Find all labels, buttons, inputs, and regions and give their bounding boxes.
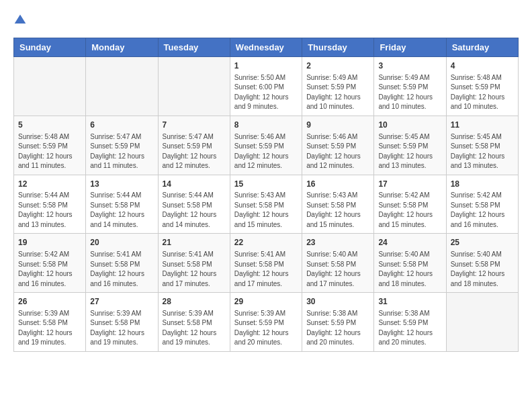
calendar-cell: 15Sunrise: 5:43 AM Sunset: 5:58 PM Dayli… bbox=[230, 175, 302, 234]
calendar-cell: 8Sunrise: 5:46 AM Sunset: 5:59 PM Daylig… bbox=[230, 116, 302, 175]
day-number: 14 bbox=[163, 179, 226, 190]
day-number: 26 bbox=[18, 296, 81, 308]
day-info: Sunrise: 5:42 AM Sunset: 5:58 PM Dayligh… bbox=[451, 191, 514, 230]
calendar-cell: 23Sunrise: 5:40 AM Sunset: 5:58 PM Dayli… bbox=[302, 234, 374, 293]
calendar-cell: 12Sunrise: 5:44 AM Sunset: 5:58 PM Dayli… bbox=[14, 175, 86, 234]
calendar-cell: 20Sunrise: 5:41 AM Sunset: 5:58 PM Dayli… bbox=[86, 234, 158, 293]
calendar-cell: 16Sunrise: 5:43 AM Sunset: 5:58 PM Dayli… bbox=[302, 175, 374, 234]
calendar-day-header: Thursday bbox=[302, 38, 374, 57]
calendar-cell bbox=[446, 293, 518, 352]
calendar-week-row: 26Sunrise: 5:39 AM Sunset: 5:58 PM Dayli… bbox=[14, 293, 519, 352]
day-number: 20 bbox=[90, 237, 153, 248]
calendar-cell: 25Sunrise: 5:40 AM Sunset: 5:58 PM Dayli… bbox=[446, 234, 518, 293]
calendar-cell bbox=[86, 57, 158, 116]
day-number: 3 bbox=[378, 60, 441, 72]
calendar-cell: 3Sunrise: 5:49 AM Sunset: 5:59 PM Daylig… bbox=[374, 57, 446, 116]
day-info: Sunrise: 5:49 AM Sunset: 5:59 PM Dayligh… bbox=[378, 73, 441, 112]
logo-icon bbox=[13, 13, 27, 27]
day-info: Sunrise: 5:48 AM Sunset: 5:59 PM Dayligh… bbox=[451, 73, 514, 112]
day-info: Sunrise: 5:46 AM Sunset: 5:59 PM Dayligh… bbox=[234, 132, 298, 171]
calendar-cell: 26Sunrise: 5:39 AM Sunset: 5:58 PM Dayli… bbox=[14, 293, 86, 352]
day-info: Sunrise: 5:48 AM Sunset: 5:59 PM Dayligh… bbox=[18, 132, 81, 171]
day-number: 19 bbox=[18, 237, 81, 248]
calendar-week-row: 1Sunrise: 5:50 AM Sunset: 6:00 PM Daylig… bbox=[14, 57, 519, 116]
calendar-cell: 10Sunrise: 5:45 AM Sunset: 5:59 PM Dayli… bbox=[374, 116, 446, 175]
day-number: 24 bbox=[378, 237, 441, 248]
day-info: Sunrise: 5:40 AM Sunset: 5:58 PM Dayligh… bbox=[306, 250, 369, 289]
calendar-cell: 29Sunrise: 5:39 AM Sunset: 5:59 PM Dayli… bbox=[230, 293, 302, 352]
day-number: 9 bbox=[306, 120, 369, 131]
day-info: Sunrise: 5:43 AM Sunset: 5:58 PM Dayligh… bbox=[306, 191, 369, 230]
calendar-cell: 31Sunrise: 5:38 AM Sunset: 5:59 PM Dayli… bbox=[374, 293, 446, 352]
day-info: Sunrise: 5:39 AM Sunset: 5:58 PM Dayligh… bbox=[18, 309, 81, 348]
day-number: 18 bbox=[451, 179, 514, 190]
calendar-week-row: 5Sunrise: 5:48 AM Sunset: 5:59 PM Daylig… bbox=[14, 116, 519, 175]
day-info: Sunrise: 5:38 AM Sunset: 5:59 PM Dayligh… bbox=[306, 309, 369, 348]
calendar-cell bbox=[14, 57, 86, 116]
calendar-day-header: Sunday bbox=[14, 38, 86, 57]
day-number: 13 bbox=[90, 179, 153, 190]
day-number: 15 bbox=[234, 179, 298, 190]
page-header bbox=[13, 13, 519, 27]
calendar-day-header: Friday bbox=[374, 38, 446, 57]
day-info: Sunrise: 5:47 AM Sunset: 5:59 PM Dayligh… bbox=[90, 132, 153, 171]
calendar-cell: 18Sunrise: 5:42 AM Sunset: 5:58 PM Dayli… bbox=[446, 175, 518, 234]
day-info: Sunrise: 5:44 AM Sunset: 5:58 PM Dayligh… bbox=[163, 191, 226, 230]
day-info: Sunrise: 5:40 AM Sunset: 5:58 PM Dayligh… bbox=[451, 250, 514, 289]
calendar-day-header: Tuesday bbox=[158, 38, 230, 57]
calendar-week-row: 19Sunrise: 5:42 AM Sunset: 5:58 PM Dayli… bbox=[14, 234, 519, 293]
day-info: Sunrise: 5:45 AM Sunset: 5:59 PM Dayligh… bbox=[378, 132, 441, 171]
day-number: 21 bbox=[163, 237, 226, 248]
day-info: Sunrise: 5:40 AM Sunset: 5:58 PM Dayligh… bbox=[378, 250, 441, 289]
day-number: 10 bbox=[378, 120, 441, 131]
day-number: 28 bbox=[163, 296, 226, 308]
day-number: 17 bbox=[378, 179, 441, 190]
calendar-cell: 21Sunrise: 5:41 AM Sunset: 5:58 PM Dayli… bbox=[158, 234, 230, 293]
day-number: 31 bbox=[378, 296, 441, 308]
day-info: Sunrise: 5:46 AM Sunset: 5:59 PM Dayligh… bbox=[306, 132, 369, 171]
day-number: 16 bbox=[306, 179, 369, 190]
calendar-cell: 7Sunrise: 5:47 AM Sunset: 5:59 PM Daylig… bbox=[158, 116, 230, 175]
day-info: Sunrise: 5:41 AM Sunset: 5:58 PM Dayligh… bbox=[234, 250, 298, 289]
day-info: Sunrise: 5:43 AM Sunset: 5:58 PM Dayligh… bbox=[234, 191, 298, 230]
day-number: 30 bbox=[306, 296, 369, 308]
day-info: Sunrise: 5:45 AM Sunset: 5:58 PM Dayligh… bbox=[451, 132, 514, 171]
day-number: 29 bbox=[234, 296, 298, 308]
calendar-day-header: Monday bbox=[86, 38, 158, 57]
calendar-table: SundayMondayTuesdayWednesdayThursdayFrid… bbox=[13, 38, 519, 352]
svg-marker-0 bbox=[15, 15, 26, 24]
calendar-cell: 28Sunrise: 5:39 AM Sunset: 5:58 PM Dayli… bbox=[158, 293, 230, 352]
day-number: 1 bbox=[234, 60, 298, 72]
calendar-cell: 19Sunrise: 5:42 AM Sunset: 5:58 PM Dayli… bbox=[14, 234, 86, 293]
day-info: Sunrise: 5:49 AM Sunset: 5:59 PM Dayligh… bbox=[306, 73, 369, 112]
calendar-cell: 11Sunrise: 5:45 AM Sunset: 5:58 PM Dayli… bbox=[446, 116, 518, 175]
calendar-cell: 22Sunrise: 5:41 AM Sunset: 5:58 PM Dayli… bbox=[230, 234, 302, 293]
calendar-cell: 30Sunrise: 5:38 AM Sunset: 5:59 PM Dayli… bbox=[302, 293, 374, 352]
day-info: Sunrise: 5:39 AM Sunset: 5:58 PM Dayligh… bbox=[90, 309, 153, 348]
day-number: 2 bbox=[306, 60, 369, 72]
day-info: Sunrise: 5:42 AM Sunset: 5:58 PM Dayligh… bbox=[18, 250, 81, 289]
day-info: Sunrise: 5:47 AM Sunset: 5:59 PM Dayligh… bbox=[163, 132, 226, 171]
day-number: 23 bbox=[306, 237, 369, 248]
calendar-cell: 13Sunrise: 5:44 AM Sunset: 5:58 PM Dayli… bbox=[86, 175, 158, 234]
calendar-cell: 2Sunrise: 5:49 AM Sunset: 5:59 PM Daylig… bbox=[302, 57, 374, 116]
calendar-cell: 6Sunrise: 5:47 AM Sunset: 5:59 PM Daylig… bbox=[86, 116, 158, 175]
day-number: 22 bbox=[234, 237, 298, 248]
day-info: Sunrise: 5:41 AM Sunset: 5:58 PM Dayligh… bbox=[163, 250, 226, 289]
calendar-cell: 5Sunrise: 5:48 AM Sunset: 5:59 PM Daylig… bbox=[14, 116, 86, 175]
day-number: 7 bbox=[163, 120, 226, 131]
calendar-cell bbox=[158, 57, 230, 116]
calendar-week-row: 12Sunrise: 5:44 AM Sunset: 5:58 PM Dayli… bbox=[14, 175, 519, 234]
calendar-day-header: Saturday bbox=[446, 38, 518, 57]
day-number: 25 bbox=[451, 237, 514, 248]
logo bbox=[13, 13, 30, 27]
day-number: 6 bbox=[90, 120, 153, 131]
day-number: 4 bbox=[451, 60, 514, 72]
calendar-cell: 24Sunrise: 5:40 AM Sunset: 5:58 PM Dayli… bbox=[374, 234, 446, 293]
calendar-cell: 1Sunrise: 5:50 AM Sunset: 6:00 PM Daylig… bbox=[230, 57, 302, 116]
day-info: Sunrise: 5:44 AM Sunset: 5:58 PM Dayligh… bbox=[90, 191, 153, 230]
day-info: Sunrise: 5:41 AM Sunset: 5:58 PM Dayligh… bbox=[90, 250, 153, 289]
day-number: 12 bbox=[18, 179, 81, 190]
day-info: Sunrise: 5:44 AM Sunset: 5:58 PM Dayligh… bbox=[18, 191, 81, 230]
day-info: Sunrise: 5:39 AM Sunset: 5:59 PM Dayligh… bbox=[234, 309, 298, 348]
